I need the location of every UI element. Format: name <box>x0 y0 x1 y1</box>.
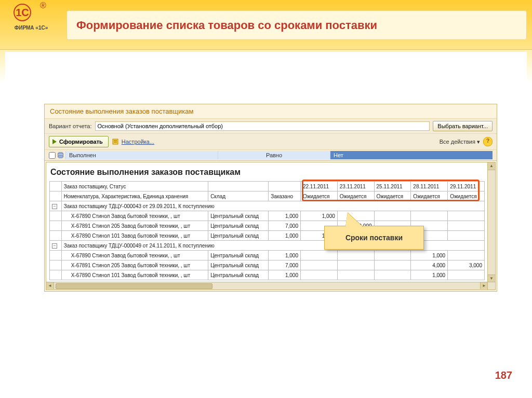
filter-field-cell[interactable]: Выполнен <box>65 151 218 159</box>
scroll-right-icon[interactable]: ► <box>480 282 488 289</box>
collapse-icon[interactable]: − <box>52 204 57 209</box>
table-row[interactable]: Х-67891 Стинол 205 Завод бытовой техники… <box>50 260 485 270</box>
variant-input[interactable] <box>95 121 430 131</box>
table-row[interactable]: Х-67890 Стинол 101 Завод бытовой техники… <box>50 270 485 280</box>
settings-link[interactable]: Настройка... <box>122 139 154 145</box>
logo-subtitle: ФИРМА «1С» <box>5 25 57 31</box>
choose-variant-button[interactable]: Выбрать вариант... <box>433 121 493 131</box>
col-zakaz: Заказано <box>269 191 301 201</box>
vertical-scrollbar[interactable]: ▲ ▼ <box>487 162 495 282</box>
table-row[interactable]: Х-67890 Стинол Завод бытовой техники, , … <box>50 211 485 221</box>
play-icon <box>52 139 57 144</box>
report-grid: Состояние выполнения заказов поставщикам… <box>46 162 496 290</box>
scroll-up-icon[interactable]: ▲ <box>488 162 495 170</box>
table-row[interactable]: Х-67890 Стинол Завод бытовой техники, , … <box>50 251 485 260</box>
svg-text:1C: 1C <box>16 7 29 18</box>
col-date: 25.11.2011 <box>374 182 411 191</box>
variant-label: Вариант отчета: <box>49 123 92 129</box>
settings-icon <box>112 138 119 145</box>
svg-rect-4 <box>114 140 117 141</box>
help-button[interactable]: ? <box>483 137 493 146</box>
scroll-corner <box>487 282 495 290</box>
report-window: Состояние выполнения заказов поставщикам… <box>44 104 497 292</box>
toolbar: Сформировать Настройка... Все действия ▾… <box>45 134 497 150</box>
report-title: Состояние выполнения заказов поставщикам <box>49 164 485 181</box>
logo-1c-icon: 1C ® <box>13 1 49 26</box>
scroll-left-icon[interactable]: ◄ <box>46 282 54 289</box>
variant-row: Вариант отчета: Выбрать вариант... <box>45 118 497 134</box>
callout-box: Сроки поставки <box>324 226 424 250</box>
page-number: 187 <box>495 369 512 381</box>
filter-row: Выполнен Равно Нет <box>45 150 497 161</box>
col-date: 22.11.2011 <box>300 182 337 191</box>
filter-value-cell[interactable]: Нет <box>330 151 493 159</box>
filter-op-cell[interactable]: Равно <box>218 151 330 159</box>
collapse-icon[interactable]: − <box>52 243 57 249</box>
slide-body: Состояние выполнения заказов поставщикам… <box>5 52 527 393</box>
banner-inner: Формирование списка товаров со сроками п… <box>66 10 527 40</box>
col-expected: Ожидается <box>300 191 337 201</box>
col-expected: Ожидается <box>374 191 411 201</box>
svg-rect-5 <box>114 142 117 143</box>
logo-1c: 1C ® ФИРМА «1С» <box>5 1 57 31</box>
filter-checkbox[interactable] <box>49 152 56 159</box>
svg-text:®: ® <box>40 1 46 10</box>
all-actions-menu[interactable]: Все действия ▾ <box>440 139 480 145</box>
table-group-row[interactable]: −Заказ поставщику ТДЦУ-000043 от 29.09.2… <box>50 201 485 211</box>
filter-icon <box>58 152 63 158</box>
scroll-down-icon[interactable]: ▼ <box>488 275 495 282</box>
col-expected: Ожидается <box>448 191 485 201</box>
horizontal-scrollbar[interactable]: ◄ ► <box>46 282 488 290</box>
col-date: 23.11.2011 <box>337 182 374 191</box>
col-expected: Ожидается <box>411 191 448 201</box>
report-window-title: Состояние выполнения заказов поставщикам <box>45 104 497 118</box>
col-sklad: Склад <box>208 191 269 201</box>
col-order: Заказ поставщику, Статус <box>61 182 208 191</box>
svg-point-8 <box>58 156 63 158</box>
form-button-label: Сформировать <box>59 139 103 145</box>
col-date: 28.11.2011 <box>411 182 448 191</box>
col-expected: Ожидается <box>337 191 374 201</box>
col-date: 29.11.2011 <box>448 182 485 191</box>
callout-text: Сроки поставки <box>345 234 403 242</box>
scroll-thumb[interactable] <box>56 283 212 289</box>
callout-pointer-icon <box>345 213 363 227</box>
form-button[interactable]: Сформировать <box>49 136 109 147</box>
banner-title: Формирование списка товаров со сроками п… <box>76 19 377 32</box>
col-nomen: Номенклатура, Характеристика, Единица хр… <box>61 191 208 201</box>
slide-banner: 1C ® ФИРМА «1С» Формирование списка това… <box>0 0 532 50</box>
